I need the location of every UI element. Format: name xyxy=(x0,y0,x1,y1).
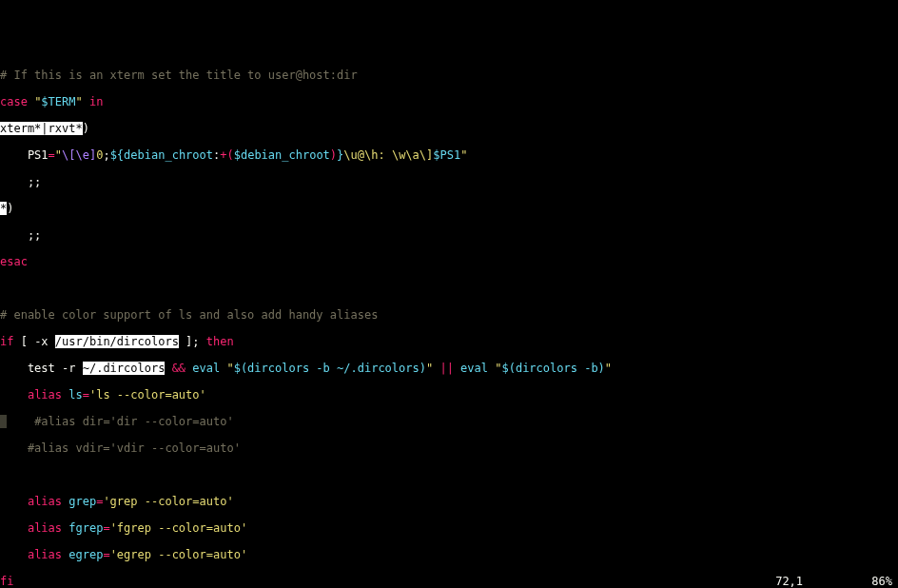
code-line: if [ -x /usr/bin/dircolors ]; then xyxy=(0,335,898,348)
code-line: case "$TERM" in xyxy=(0,95,898,108)
code-line: # If this is an xterm set the title to u… xyxy=(0,69,898,82)
code-line: ;; xyxy=(0,175,898,188)
case-pattern: xterm*|rxvt* xyxy=(0,122,83,135)
code-line: ;; xyxy=(0,228,898,242)
code-line: xterm*|rxvt*) xyxy=(0,122,898,135)
code-line: alias fgrep='fgrep --color=auto' xyxy=(0,521,898,535)
code-line: fi xyxy=(0,575,898,588)
code-line: #alias dir='dir --color=auto' xyxy=(0,415,898,428)
code-line: #alias vdir='vdir --color=auto' xyxy=(0,441,898,455)
code-line: *) xyxy=(0,202,898,215)
code-line: alias egrep='egrep --color=auto' xyxy=(0,548,898,561)
code-line: alias grep='grep --color=auto' xyxy=(0,495,898,508)
scroll-percentage: 86% xyxy=(871,575,892,588)
vim-statusbar: 72,1 86% xyxy=(775,575,898,588)
code-line xyxy=(0,282,898,295)
code-editor[interactable]: # If this is an xterm set the title to u… xyxy=(0,53,898,588)
code-line: PS1="\[\e]0;${debian_chroot:+($debian_ch… xyxy=(0,148,898,162)
code-line: esac xyxy=(0,255,898,268)
code-line: test -r ~/.dircolors && eval "$(dircolor… xyxy=(0,362,898,375)
code-line: alias ls='ls --color=auto' xyxy=(0,388,898,402)
cursor-position: 72,1 xyxy=(775,575,803,588)
code-line xyxy=(0,468,898,481)
keyword: case xyxy=(0,95,28,108)
code-line: # enable color support of ls and also ad… xyxy=(0,308,898,322)
comment-text: # If this is an xterm set the title to u… xyxy=(0,69,358,82)
